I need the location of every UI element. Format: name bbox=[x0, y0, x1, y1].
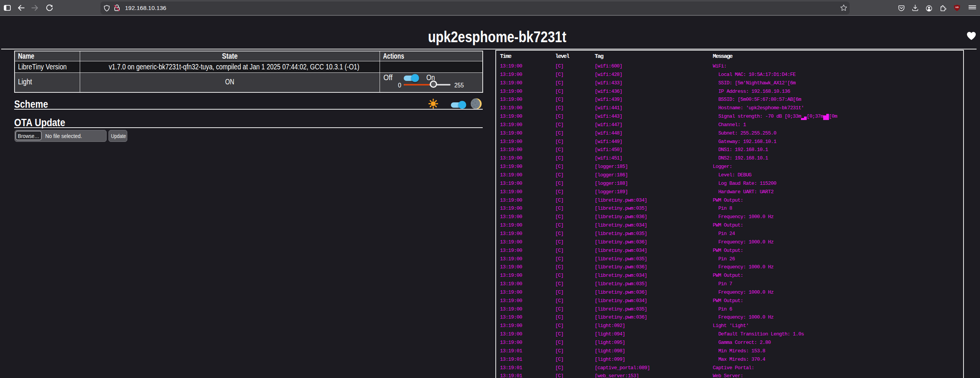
svg-text:UO: UO bbox=[955, 6, 959, 8]
